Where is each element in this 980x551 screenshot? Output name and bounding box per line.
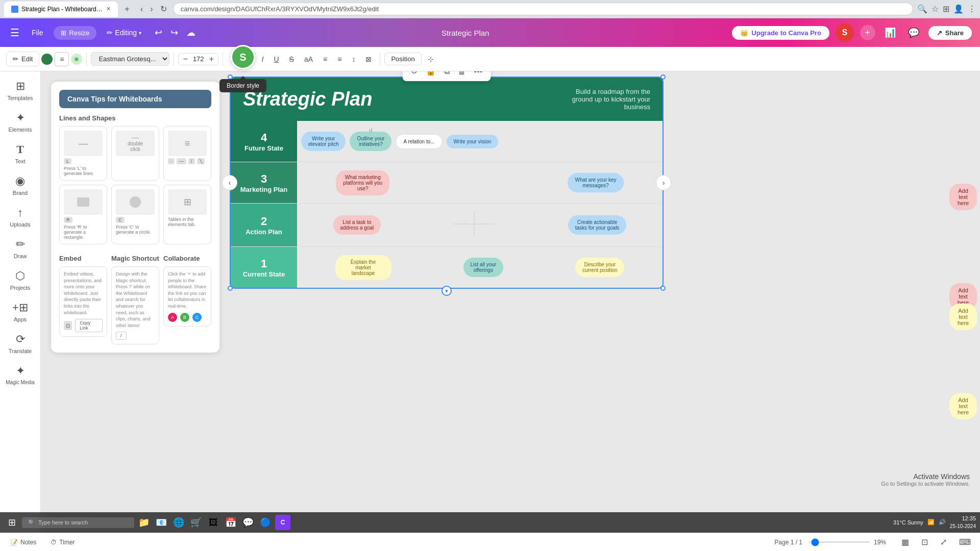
tip-rectangle-card[interactable]: R Press 'R' to generate a rectangle. xyxy=(59,185,107,244)
bubble-initiatives[interactable]: ↺ Outline yourinitiatives? xyxy=(350,132,391,151)
comments-button[interactable]: 💬 xyxy=(905,25,922,40)
magic-shortcut-card[interactable]: Design with the Magic shortcut. Press '/… xyxy=(111,266,159,344)
notes-button[interactable]: 📝 Notes xyxy=(6,537,40,547)
share-button[interactable]: ↗ Share xyxy=(928,26,972,40)
italic-button[interactable]: I xyxy=(258,53,268,65)
refresh-element-button[interactable]: ↺ xyxy=(409,71,420,78)
lock-element-button[interactable]: 🔒 xyxy=(424,71,438,78)
handle-bottom-right[interactable] xyxy=(660,286,666,291)
color-fill-indicator[interactable] xyxy=(41,54,53,65)
extensions-button[interactable]: ⊞ xyxy=(943,4,949,14)
bookmark-button[interactable]: ☆ xyxy=(932,4,939,14)
more-options-button[interactable]: ••• xyxy=(472,71,485,78)
bubble-vision[interactable]: Write your vision xyxy=(447,135,499,148)
tip-clicklines-card[interactable]: ≡ - — / ╲ xyxy=(163,126,211,181)
back-button[interactable]: ‹ xyxy=(138,4,145,15)
nav-arrow-right[interactable]: › xyxy=(656,175,671,190)
windows-start-button[interactable]: ⊞ xyxy=(4,515,20,530)
taskbar-edge[interactable]: 🔵 xyxy=(258,515,273,530)
position-button[interactable]: Position xyxy=(384,53,421,65)
system-clock[interactable]: 12:35 25-10-2024 xyxy=(950,515,976,530)
taskbar-browser[interactable]: 🌐 xyxy=(171,515,186,530)
file-menu-button[interactable]: File xyxy=(28,27,47,39)
tip-circle-card[interactable]: C Press 'C' to generate a circle. xyxy=(111,185,159,244)
case-button[interactable]: aA xyxy=(300,53,317,65)
more-options-button[interactable]: ⊹ xyxy=(424,53,438,65)
add-collaborator-button[interactable]: + xyxy=(860,25,875,40)
bubble-task-goal[interactable]: List a task toaddress a goal xyxy=(333,215,381,235)
border-style-button[interactable]: ≡ xyxy=(55,52,69,66)
editing-mode-button[interactable]: ✏ Editing ▾ xyxy=(103,27,145,39)
sidebar-item-draw[interactable]: ✏ Draw xyxy=(2,234,39,263)
fullscreen-button[interactable]: ⤢ xyxy=(937,536,950,548)
spacing-button[interactable]: ↕ xyxy=(348,53,359,65)
timer-button[interactable]: ⏱ Timer xyxy=(46,537,79,547)
sidebar-item-translate[interactable]: ⟳ Translate xyxy=(2,329,39,358)
undo-button[interactable]: ↩ xyxy=(152,25,165,40)
upgrade-button[interactable]: 👑 Upgrade to Canva Pro xyxy=(732,26,829,40)
tip-doubleclick-card[interactable]: ──doubleclick xyxy=(111,126,159,181)
address-bar[interactable]: canva.com/design/DAGUfChRxrA/3RYXVOdVMyt… xyxy=(173,3,913,15)
increase-font-size-button[interactable]: + xyxy=(208,55,215,64)
taskbar-mail[interactable]: 📧 xyxy=(154,515,169,530)
refresh-button[interactable]: ↻ xyxy=(158,3,169,15)
taskbar-search-box[interactable]: 🔍 Type here to search xyxy=(22,517,134,528)
strikethrough-button[interactable]: S xyxy=(285,53,298,65)
sidebar-item-uploads[interactable]: ↑ Uploads xyxy=(2,202,39,232)
bubble-current-position[interactable]: Describe yourcurrent position xyxy=(575,258,624,277)
bubble-offerings[interactable]: List all yourofferings xyxy=(463,258,504,277)
taskbar-photos[interactable]: 🖼 xyxy=(206,515,221,530)
bubble-elevator-pitch[interactable]: Write yourelevator pitch xyxy=(301,132,346,151)
bubble-marketing-platforms[interactable]: What marketingplatforms will youuse? xyxy=(336,170,389,195)
sidebar-item-brand[interactable]: ◉ Brand xyxy=(2,170,39,200)
font-family-selector[interactable]: Eastman Grotesq... xyxy=(91,52,169,66)
presentation-view-button[interactable]: ⊡ xyxy=(918,536,931,548)
new-tab-button[interactable]: + xyxy=(120,2,134,16)
handle-top-right[interactable] xyxy=(660,74,666,80)
user-avatar[interactable]: S xyxy=(836,23,854,42)
tip-tables-card[interactable]: ⊞ Tables in the elements tab. xyxy=(163,185,211,244)
underline-button[interactable]: U xyxy=(270,53,283,65)
sidebar-item-text[interactable]: T Text xyxy=(2,139,39,168)
float-note-2[interactable]: Add text here xyxy=(949,184,977,210)
copy-element-button[interactable]: ⧉ xyxy=(442,71,452,78)
float-note-4[interactable]: Add text here xyxy=(949,304,977,330)
collaborate-card[interactable]: Click the '+' to add people to the White… xyxy=(163,266,211,327)
edit-button[interactable]: ✏ Edit xyxy=(6,52,39,66)
cloud-save-button[interactable]: ☁ xyxy=(183,25,199,40)
grid-view-button[interactable]: ▦ xyxy=(898,536,912,548)
decrease-font-size-button[interactable]: − xyxy=(182,55,188,64)
bubble-key-messages[interactable]: What are your keymessages? xyxy=(568,173,623,192)
sidebar-item-templates[interactable]: ⊞ Templates xyxy=(2,76,39,105)
taskbar-calendar[interactable]: 📅 xyxy=(223,515,238,530)
keyboard-shortcut-button[interactable]: ⌨ xyxy=(956,536,974,548)
sidebar-item-apps[interactable]: +⊞ Apps xyxy=(2,297,39,327)
bottom-drag-handle[interactable]: ▼ xyxy=(442,286,452,296)
resize-button[interactable]: ⊞ Resize xyxy=(54,26,97,40)
taskbar-teams[interactable]: 💬 xyxy=(240,515,256,530)
delete-element-button[interactable]: 🗑 xyxy=(456,71,468,78)
taskbar-canva[interactable]: C xyxy=(275,515,290,530)
taskbar-file-manager[interactable]: 📁 xyxy=(136,515,152,530)
zoom-button[interactable]: 🔍 xyxy=(917,4,927,14)
embed-copy-box[interactable]: Copy Link xyxy=(75,319,103,332)
tab-close-button[interactable]: ✕ xyxy=(106,6,111,12)
sidebar-item-projects[interactable]: ⬡ Projects xyxy=(2,265,39,295)
bubble-market-landscape[interactable]: Explain the marketlandscape xyxy=(335,255,391,280)
profile-button[interactable]: 👤 xyxy=(953,4,964,14)
nav-arrow-left[interactable]: ‹ xyxy=(222,175,237,190)
tip-lines-card[interactable]: — L Press 'L' to generate lines. xyxy=(59,126,107,181)
redo-button[interactable]: ↪ xyxy=(167,25,181,40)
hamburger-menu-button[interactable]: ☰ xyxy=(8,24,21,41)
forward-button[interactable]: › xyxy=(148,4,155,15)
embed-card[interactable]: Embed videos, presentations, and more on… xyxy=(59,266,107,337)
sidebar-item-magic-media[interactable]: ✦ Magic Media xyxy=(2,360,39,389)
float-note-6[interactable]: Add text here xyxy=(949,393,977,419)
taskbar-store[interactable]: 🛒 xyxy=(188,515,204,530)
effects-button[interactable]: ⊠ xyxy=(361,53,376,65)
settings-button[interactable]: ⋮ xyxy=(968,4,976,14)
analytics-button[interactable]: 📊 xyxy=(881,25,899,40)
bubble-actionable-tasks[interactable]: Create actionabletasks for your goals xyxy=(568,215,627,235)
align-button[interactable]: ≡ xyxy=(319,53,331,65)
bubble-relation[interactable]: A relation to... xyxy=(396,134,442,149)
